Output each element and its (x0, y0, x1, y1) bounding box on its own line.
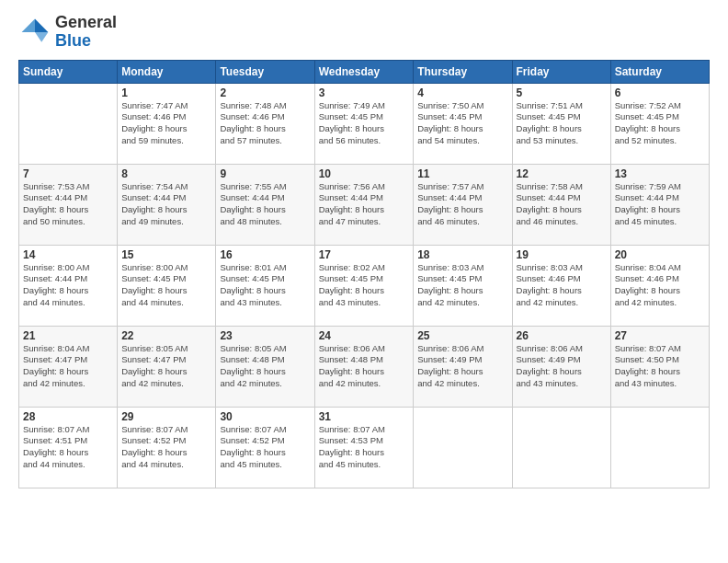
day-info: Sunrise: 8:01 AMSunset: 4:45 PMDaylight:… (220, 262, 310, 309)
day-info: Sunrise: 8:07 AMSunset: 4:51 PMDaylight:… (23, 424, 113, 471)
weekday-header-row: SundayMondayTuesdayWednesdayThursdayFrid… (19, 60, 710, 83)
day-number: 22 (121, 329, 211, 342)
day-info: Sunrise: 7:57 AMSunset: 4:44 PMDaylight:… (417, 181, 507, 228)
day-number: 15 (121, 248, 211, 261)
day-number: 4 (417, 86, 507, 99)
day-number: 17 (319, 248, 410, 261)
day-info: Sunrise: 8:03 AMSunset: 4:46 PMDaylight:… (517, 262, 607, 309)
svg-marker-1 (35, 32, 48, 42)
day-number: 24 (319, 329, 410, 342)
calendar-cell: 26Sunrise: 8:06 AMSunset: 4:49 PMDayligh… (512, 326, 610, 407)
calendar-week-2: 7Sunrise: 7:53 AMSunset: 4:44 PMDaylight… (19, 164, 710, 245)
day-number: 12 (517, 167, 607, 180)
weekday-header-thursday: Thursday (414, 60, 512, 83)
weekday-header-saturday: Saturday (610, 60, 709, 83)
day-info: Sunrise: 8:00 AMSunset: 4:44 PMDaylight:… (23, 262, 113, 309)
calendar-cell: 30Sunrise: 8:07 AMSunset: 4:52 PMDayligh… (216, 407, 314, 488)
day-info: Sunrise: 7:50 AMSunset: 4:45 PMDaylight:… (417, 100, 507, 147)
day-info: Sunrise: 7:51 AMSunset: 4:45 PMDaylight:… (517, 100, 607, 147)
calendar-cell: 18Sunrise: 8:03 AMSunset: 4:45 PMDayligh… (414, 245, 512, 326)
day-info: Sunrise: 8:00 AMSunset: 4:45 PMDaylight:… (121, 262, 211, 309)
day-number: 26 (517, 329, 607, 342)
header: General Blue (18, 14, 710, 51)
day-number: 25 (417, 329, 507, 342)
weekday-header-tuesday: Tuesday (216, 60, 314, 83)
calendar-cell: 16Sunrise: 8:01 AMSunset: 4:45 PMDayligh… (216, 245, 314, 326)
calendar-cell: 24Sunrise: 8:06 AMSunset: 4:48 PMDayligh… (314, 326, 414, 407)
day-info: Sunrise: 8:06 AMSunset: 4:49 PMDaylight:… (517, 343, 607, 390)
day-info: Sunrise: 7:49 AMSunset: 4:45 PMDaylight:… (319, 100, 410, 147)
day-number: 18 (417, 248, 507, 261)
day-info: Sunrise: 7:52 AMSunset: 4:45 PMDaylight:… (615, 100, 705, 147)
calendar-cell: 11Sunrise: 7:57 AMSunset: 4:44 PMDayligh… (414, 164, 512, 245)
day-info: Sunrise: 7:59 AMSunset: 4:44 PMDaylight:… (615, 181, 705, 228)
calendar-week-4: 21Sunrise: 8:04 AMSunset: 4:47 PMDayligh… (19, 326, 710, 407)
day-number: 2 (220, 86, 310, 99)
calendar-cell: 21Sunrise: 8:04 AMSunset: 4:47 PMDayligh… (19, 326, 118, 407)
weekday-header-sunday: Sunday (19, 60, 118, 83)
calendar-cell: 17Sunrise: 8:02 AMSunset: 4:45 PMDayligh… (314, 245, 414, 326)
day-number: 13 (615, 167, 705, 180)
calendar-cell: 14Sunrise: 8:00 AMSunset: 4:44 PMDayligh… (19, 245, 118, 326)
day-number: 16 (220, 248, 310, 261)
page: General Blue SundayMondayTuesdayWednesda… (0, 0, 728, 563)
calendar-cell: 7Sunrise: 7:53 AMSunset: 4:44 PMDaylight… (19, 164, 118, 245)
day-info: Sunrise: 8:03 AMSunset: 4:45 PMDaylight:… (417, 262, 507, 309)
day-info: Sunrise: 8:05 AMSunset: 4:48 PMDaylight:… (220, 343, 310, 390)
calendar-cell (610, 407, 709, 488)
logo: General Blue (18, 14, 117, 51)
day-info: Sunrise: 7:53 AMSunset: 4:44 PMDaylight:… (23, 181, 113, 228)
calendar-week-3: 14Sunrise: 8:00 AMSunset: 4:44 PMDayligh… (19, 245, 710, 326)
day-number: 21 (23, 329, 113, 342)
day-number: 23 (220, 329, 310, 342)
calendar-cell: 19Sunrise: 8:03 AMSunset: 4:46 PMDayligh… (512, 245, 610, 326)
logo-text: General Blue (55, 14, 117, 51)
calendar-cell: 2Sunrise: 7:48 AMSunset: 4:46 PMDaylight… (216, 83, 314, 164)
calendar-cell: 23Sunrise: 8:05 AMSunset: 4:48 PMDayligh… (216, 326, 314, 407)
calendar-cell: 29Sunrise: 8:07 AMSunset: 4:52 PMDayligh… (118, 407, 216, 488)
day-number: 10 (319, 167, 410, 180)
calendar-week-1: 1Sunrise: 7:47 AMSunset: 4:46 PMDaylight… (19, 83, 710, 164)
calendar-cell: 25Sunrise: 8:06 AMSunset: 4:49 PMDayligh… (414, 326, 512, 407)
day-number: 3 (319, 86, 410, 99)
calendar-cell: 20Sunrise: 8:04 AMSunset: 4:46 PMDayligh… (610, 245, 709, 326)
calendar-cell: 4Sunrise: 7:50 AMSunset: 4:45 PMDaylight… (414, 83, 512, 164)
day-number: 8 (121, 167, 211, 180)
day-info: Sunrise: 8:07 AMSunset: 4:50 PMDaylight:… (615, 343, 705, 390)
day-number: 5 (517, 86, 607, 99)
calendar-cell (512, 407, 610, 488)
calendar-cell: 22Sunrise: 8:05 AMSunset: 4:47 PMDayligh… (118, 326, 216, 407)
svg-marker-2 (22, 18, 35, 31)
day-info: Sunrise: 7:54 AMSunset: 4:44 PMDaylight:… (121, 181, 211, 228)
day-number: 6 (615, 86, 705, 99)
day-number: 20 (615, 248, 705, 261)
calendar-cell: 3Sunrise: 7:49 AMSunset: 4:45 PMDaylight… (314, 83, 414, 164)
calendar-cell: 31Sunrise: 8:07 AMSunset: 4:53 PMDayligh… (314, 407, 414, 488)
day-info: Sunrise: 8:07 AMSunset: 4:52 PMDaylight:… (220, 424, 310, 471)
day-info: Sunrise: 8:05 AMSunset: 4:47 PMDaylight:… (121, 343, 211, 390)
day-number: 29 (121, 410, 211, 423)
day-number: 1 (121, 86, 211, 99)
calendar-cell: 13Sunrise: 7:59 AMSunset: 4:44 PMDayligh… (610, 164, 709, 245)
calendar-cell: 27Sunrise: 8:07 AMSunset: 4:50 PMDayligh… (610, 326, 709, 407)
weekday-header-monday: Monday (118, 60, 216, 83)
day-info: Sunrise: 7:58 AMSunset: 4:44 PMDaylight:… (517, 181, 607, 228)
day-info: Sunrise: 7:56 AMSunset: 4:44 PMDaylight:… (319, 181, 410, 228)
calendar-cell (414, 407, 512, 488)
day-number: 7 (23, 167, 113, 180)
day-number: 30 (220, 410, 310, 423)
day-number: 9 (220, 167, 310, 180)
day-info: Sunrise: 8:07 AMSunset: 4:52 PMDaylight:… (121, 424, 211, 471)
svg-marker-0 (35, 18, 48, 31)
calendar-cell: 1Sunrise: 7:47 AMSunset: 4:46 PMDaylight… (118, 83, 216, 164)
day-info: Sunrise: 7:48 AMSunset: 4:46 PMDaylight:… (220, 100, 310, 147)
day-info: Sunrise: 8:06 AMSunset: 4:48 PMDaylight:… (319, 343, 410, 390)
day-info: Sunrise: 7:47 AMSunset: 4:46 PMDaylight:… (121, 100, 211, 147)
calendar-cell: 10Sunrise: 7:56 AMSunset: 4:44 PMDayligh… (314, 164, 414, 245)
calendar-cell (19, 83, 118, 164)
day-info: Sunrise: 8:02 AMSunset: 4:45 PMDaylight:… (319, 262, 410, 309)
day-number: 19 (517, 248, 607, 261)
day-number: 14 (23, 248, 113, 261)
calendar-cell: 15Sunrise: 8:00 AMSunset: 4:45 PMDayligh… (118, 245, 216, 326)
calendar-table: SundayMondayTuesdayWednesdayThursdayFrid… (18, 60, 710, 488)
